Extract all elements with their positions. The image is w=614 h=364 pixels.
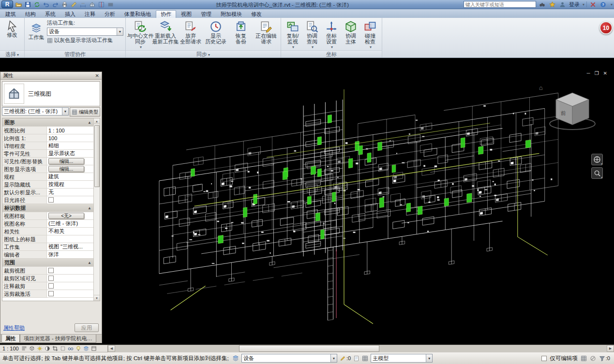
property-value[interactable]: 无 <box>47 189 93 196</box>
model-status-button[interactable] <box>362 355 368 362</box>
property-value[interactable] <box>47 235 93 243</box>
open-button[interactable] <box>14 0 23 8</box>
show-history-button[interactable]: 显示历史记录 <box>203 19 228 51</box>
reveal-hidden-button[interactable] <box>75 346 82 352</box>
property-checkbox[interactable] <box>48 276 54 281</box>
sync-with-central-button[interactable]: 与中心文件同步▾ <box>128 19 153 51</box>
editing-requests-indicator[interactable]: :0 <box>340 355 351 362</box>
ribbon-tab-插入[interactable]: 插入 <box>60 10 80 18</box>
ribbon-tab-系统[interactable]: 系统 <box>41 10 60 18</box>
property-checkbox[interactable] <box>48 268 54 273</box>
show-crop-button[interactable] <box>60 346 66 352</box>
star-button[interactable] <box>548 0 557 8</box>
palette-tab-properties[interactable]: 属性 <box>1 335 20 343</box>
search-input[interactable] <box>464 1 536 8</box>
ribbon-tab-注释[interactable]: 注释 <box>80 10 100 18</box>
scroll-up-icon[interactable]: ▲ <box>94 118 100 124</box>
sun-path-button[interactable] <box>36 346 43 352</box>
restore-view-button[interactable]: ❐ <box>595 71 599 76</box>
zoom-button[interactable]: ▾ <box>591 167 603 179</box>
close-icon[interactable]: ✕ <box>95 73 99 78</box>
help-button[interactable]: ? <box>599 0 608 8</box>
property-checkbox[interactable] <box>48 283 54 289</box>
viewcube[interactable]: ⌂前 <box>539 84 595 130</box>
scroll-left-icon[interactable]: ◀ <box>108 345 115 352</box>
binoculars-button[interactable] <box>538 0 547 8</box>
property-value[interactable] <box>47 282 93 290</box>
link-status-button[interactable] <box>353 355 359 362</box>
property-value[interactable]: 按规程 <box>47 181 93 188</box>
aligned-dim-button[interactable] <box>78 0 87 8</box>
default-3d-button[interactable] <box>88 0 96 8</box>
select-options-button[interactable] <box>581 355 587 362</box>
relinquish-all-button[interactable]: 放弃全部请求 <box>178 19 203 51</box>
status-workset-select[interactable]: 设备 ▼ <box>241 354 337 363</box>
ribbon-tab-附加模块[interactable]: 附加模块 <box>216 10 246 18</box>
scrollbar-thumb[interactable] <box>94 125 100 187</box>
property-checkbox[interactable] <box>48 291 54 296</box>
panel-label-coordinate[interactable]: 坐标 <box>281 50 382 58</box>
apply-button[interactable]: 应用 <box>75 323 99 332</box>
ribbon-tab-建筑[interactable]: 建筑 <box>1 10 20 18</box>
collapse-arrow-icon[interactable]: ▲ <box>88 120 91 125</box>
property-group-范围[interactable]: 范围▲ <box>2 259 93 267</box>
property-edit-button[interactable]: 编辑... <box>48 158 84 164</box>
property-value[interactable] <box>47 290 93 297</box>
property-value[interactable]: 视图 "三维视... <box>47 243 93 250</box>
collapse-arrow-icon[interactable]: ▲ <box>88 206 91 210</box>
horizontal-scrollbar[interactable]: ◀ ▶ <box>107 345 614 352</box>
exclude-options-button[interactable] <box>590 355 596 362</box>
thin-lines-button[interactable] <box>106 0 115 8</box>
scroll-right-icon[interactable]: ▶ <box>607 345 614 352</box>
ribbon-tab-管理[interactable]: 管理 <box>196 10 216 18</box>
modify-button[interactable]: 修改 <box>2 19 22 38</box>
ribbon-tab-视图[interactable]: 视图 <box>177 10 196 18</box>
ribbon-tab-分析[interactable]: 分析 <box>100 10 120 18</box>
undo-button[interactable] <box>42 0 50 8</box>
reload-latest-button[interactable]: 重新载入最新工作集 <box>153 19 178 51</box>
panel-label-manage-collaboration[interactable]: 管理协作 <box>25 50 125 58</box>
restore-backup-button[interactable]: 恢复备份 <box>228 19 254 51</box>
visual-style-button[interactable] <box>29 346 35 352</box>
coordination-host-button[interactable]: 协调主体 <box>341 19 360 51</box>
property-value[interactable]: 精细 <box>47 142 93 149</box>
detail-level-button[interactable] <box>21 346 28 352</box>
worksets-button[interactable]: 工作集 <box>27 19 46 41</box>
ribbon-tab-体量和场地[interactable]: 体量和场地 <box>120 10 155 18</box>
filter-indicator[interactable]: :0 <box>599 355 610 362</box>
property-group-标识数据[interactable]: 标识数据▲ <box>2 204 93 212</box>
design-option-select[interactable]: 主模型 ▼ <box>371 354 433 363</box>
panel-label-synchronize[interactable]: 同步▾ <box>126 50 281 58</box>
type-selector-combo[interactable]: 三维视图: (三维 - 张洋) ▼ <box>2 107 69 116</box>
coordination-review-button[interactable]: 协调查阅▾ <box>302 19 322 51</box>
section-button[interactable] <box>97 0 105 8</box>
sign-in-label[interactable]: 登录 <box>569 1 580 8</box>
property-edit-button[interactable]: <无> <box>48 213 84 219</box>
property-value[interactable]: 张洋 <box>47 251 93 258</box>
view-scale-button[interactable]: 1 : 100 <box>2 346 19 351</box>
ribbon-tab-修改[interactable]: 修改 <box>247 10 266 18</box>
property-checkbox[interactable] <box>48 197 54 203</box>
close-view-button[interactable]: ✕ <box>603 71 607 76</box>
panel-label-select[interactable]: 选择▾ <box>0 50 24 58</box>
property-value[interactable]: (三维 - 张洋) <box>47 220 93 227</box>
active-workset-select[interactable]: 设备 ▼ <box>47 28 123 36</box>
ribbon-tab-结构[interactable]: 结构 <box>21 10 40 18</box>
editable-only-checkbox[interactable] <box>541 356 547 361</box>
worksharing-display-button[interactable] <box>83 346 90 352</box>
scroll-down-icon[interactable]: ▼ <box>94 295 100 301</box>
temporary-view-button[interactable] <box>90 346 97 352</box>
exchange-apps-button[interactable] <box>589 0 598 8</box>
property-group-图形[interactable]: 图形▲ <box>2 118 93 127</box>
properties-scrollbar[interactable]: ▲ ▼ <box>93 118 100 301</box>
copy-monitor-button[interactable]: 复制/监视▾ <box>283 19 302 51</box>
crop-view-button[interactable] <box>52 346 59 352</box>
application-menu-button[interactable]: R <box>1 0 13 8</box>
palette-tab-project-browser[interactable]: 项目浏览器 - 技师学院机电培训... <box>20 335 96 343</box>
sync-button[interactable] <box>32 0 41 8</box>
print-button[interactable] <box>60 0 69 8</box>
steering-wheel-button[interactable]: ▾ <box>591 154 603 165</box>
temporary-hide-button[interactable] <box>67 346 74 352</box>
ribbon-tab-协作[interactable]: 协作 <box>156 10 176 18</box>
property-value[interactable]: 100 <box>47 134 93 142</box>
